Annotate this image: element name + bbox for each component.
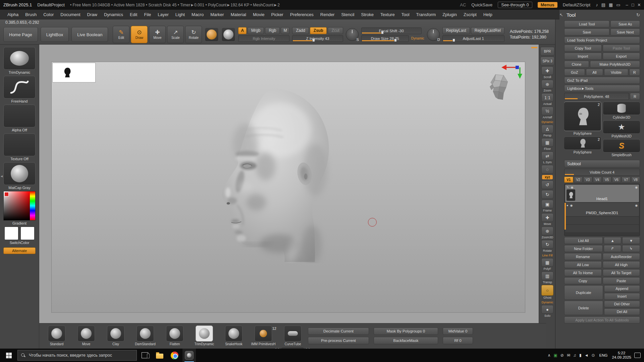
quicksave-button[interactable]: QuickSave — [471, 2, 492, 7]
damstandard-brush[interactable]: DamStandard — [135, 325, 156, 346]
m-button[interactable]: M — [281, 27, 289, 34]
texture-selector[interactable]: Texture Off — [3, 133, 36, 161]
main-color-swatch[interactable] — [4, 227, 18, 240]
menu-item[interactable]: Material — [227, 11, 250, 18]
menu-item[interactable]: Zscript — [460, 11, 480, 18]
gxyz-toggle[interactable]: xyz — [540, 175, 555, 179]
goz-r-button[interactable]: R — [629, 69, 640, 76]
snakehook-brush[interactable]: SnakeHook — [223, 325, 244, 346]
clone-button[interactable]: Clone — [564, 61, 589, 68]
menu-item[interactable]: Draw — [84, 11, 101, 18]
goz-visible-button[interactable]: Visible — [604, 69, 628, 76]
save-next-button[interactable]: Save Next — [610, 28, 640, 36]
move-out-folder-button[interactable]: ↱ — [604, 245, 622, 252]
goz-button[interactable]: GoZ — [564, 69, 585, 76]
focal-shift-dial[interactable]: S — [346, 28, 359, 41]
subtool-tab-v6[interactable]: V6 — [612, 177, 621, 183]
mail-icon[interactable]: ✉ — [567, 353, 570, 358]
list-all-button[interactable]: List All — [564, 237, 603, 244]
make-polymesh3d-button[interactable]: Make PolyMesh3D — [590, 61, 640, 68]
decimate-current-button[interactable]: Decimate Current — [308, 327, 369, 335]
search-input[interactable] — [28, 353, 133, 358]
menus-toggle[interactable]: Menus — [538, 2, 557, 8]
tool-thumb-polysphere-active[interactable]: 2 PolySphere — [564, 102, 601, 135]
redo-button[interactable]: ↻ — [540, 190, 555, 199]
tool-thumb-polymesh3d[interactable]: ★ PolyMesh3D — [603, 120, 640, 138]
menu-item[interactable]: Picker — [268, 11, 287, 18]
move-brush[interactable]: Move — [76, 325, 97, 346]
tool-r-button[interactable]: R — [630, 93, 640, 100]
autoreorder-button[interactable]: AutoReorder — [603, 253, 640, 260]
subtool-folder-eye-icon[interactable]: ◉ — [635, 186, 638, 189]
color-gradient[interactable] — [3, 191, 36, 221]
rf-slider[interactable]: Rf 0 — [443, 337, 473, 344]
goz-to-ipad-button[interactable]: GoZ To iPad — [564, 77, 640, 84]
move-into-folder-button[interactable]: ↳ — [622, 245, 640, 252]
polyframe-button[interactable]: ▦ PolyF — [540, 258, 555, 270]
nav-head-preview[interactable] — [487, 72, 510, 103]
close-button[interactable]: × — [638, 2, 641, 8]
mask-by-polygroups-slider[interactable]: Mask By Polygroups 0 — [374, 327, 438, 335]
menu-item[interactable]: Preferences — [287, 11, 317, 18]
rgb-intensity-slider[interactable]: Rgb Intensity — [238, 35, 289, 42]
local-symmetry-button[interactable]: ⇄ L.Sym — [540, 152, 555, 164]
move-mode-button[interactable]: ✚ Move — [149, 26, 166, 43]
spix-slider[interactable]: SPix 3 — [540, 57, 555, 65]
frame-button[interactable]: ▣ Frame — [540, 200, 555, 212]
file-explorer-button[interactable] — [153, 349, 166, 362]
load-tools-from-project-button[interactable]: Load Tools From Project — [564, 37, 640, 44]
draw-size-slider[interactable]: Draw Size 28.75 — [361, 35, 409, 42]
menu-item[interactable]: Transform — [413, 11, 439, 18]
sculpted-head-model[interactable] — [214, 86, 337, 263]
zadd-button[interactable]: Zadd — [292, 27, 309, 34]
canvas-scroll-indicator[interactable] — [531, 47, 537, 48]
alpha-selector[interactable]: Alpha Off — [3, 105, 36, 132]
stroke-selector[interactable]: FreeHand — [3, 76, 36, 103]
tool-thumb-polysphere-2[interactable]: 2 PolySphere — [564, 136, 601, 154]
audio-app-icon[interactable]: ♫ — [573, 353, 576, 358]
move3d-button[interactable]: ✚ Move — [540, 213, 555, 226]
antivirus-shield-icon[interactable]: ▣ — [553, 353, 557, 358]
edit-mode-button[interactable]: ✎ Edit — [113, 26, 129, 43]
rotate3d-button[interactable]: ↻ Rotate — [540, 240, 555, 252]
zbrush-taskbar-button[interactable] — [182, 349, 196, 362]
line-fill-tag[interactable]: Line Fill — [540, 253, 555, 257]
rename-button[interactable]: Rename — [564, 253, 602, 260]
left-divider-arrow[interactable]: ◄ — [0, 174, 3, 178]
notification-center-icon[interactable] — [634, 353, 641, 358]
mrgb-button[interactable]: Mrgb — [248, 27, 264, 34]
midvalue-slider[interactable]: MidValue 0 — [443, 327, 473, 335]
network-icon[interactable]: ⊙ — [591, 353, 595, 358]
zcut-button[interactable]: Zcut — [328, 27, 343, 34]
paste-tool-button[interactable]: Paste Tool — [603, 45, 640, 52]
subtool-tab-v7[interactable]: V7 — [622, 177, 631, 183]
subtool-tab-v2[interactable]: V2 — [574, 177, 583, 183]
subtool-eye-icon[interactable]: ◉ — [570, 204, 573, 207]
adjust-last-slider[interactable]: AdjustLast 1 — [442, 35, 504, 42]
replay-last-button[interactable]: ReplayLast — [442, 27, 470, 34]
keyboard-language[interactable]: ENG — [598, 353, 609, 357]
dynamic-solo-tag[interactable]: Dynamic — [540, 300, 555, 304]
menu-item[interactable]: Marker — [207, 11, 227, 18]
see-through-slider[interactable]: See-through 0 — [498, 2, 532, 8]
menu-item[interactable]: Document — [57, 11, 84, 18]
tablet-icon[interactable]: ▤ — [601, 2, 605, 7]
hidden-icons-caret[interactable]: ∧ — [548, 353, 551, 358]
subtool-eye-icon[interactable]: ◉ — [571, 186, 574, 189]
subtool-tab-v8[interactable]: V8 — [631, 177, 640, 183]
color-picker[interactable]: Gradient — [3, 191, 36, 225]
panels-icon[interactable]: ▭ — [616, 2, 620, 7]
live-boolean-button[interactable]: Live Boolean — [71, 27, 108, 42]
menu-item[interactable]: Alpha — [4, 11, 22, 18]
dynamic-draw-size-toggle[interactable]: Dynamic — [411, 37, 424, 40]
subtool-up-button[interactable]: ▲ — [604, 237, 622, 244]
subtool-brush-icon[interactable]: ✎ — [567, 186, 569, 189]
menu-item[interactable]: Movie — [250, 11, 268, 18]
all-low-button[interactable]: All Low — [564, 261, 602, 268]
panel-collapse-icon[interactable]: ↖ — [559, 12, 563, 17]
rotate-mode-button[interactable]: ↻ Rotate — [185, 26, 202, 43]
current-brush-preview[interactable] — [205, 27, 219, 42]
del-other-button[interactable]: Del Other — [604, 301, 640, 307]
visible-count-slider[interactable]: Visible Count 4 — [564, 169, 640, 176]
bpr-button[interactable]: BPR — [540, 47, 555, 56]
